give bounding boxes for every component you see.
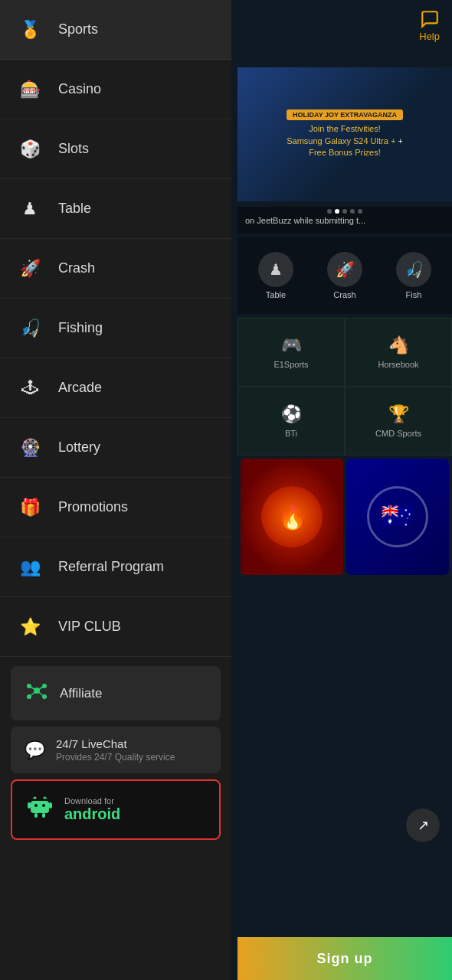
- svg-point-17: [42, 804, 45, 807]
- sports-menu-label: Sports: [58, 21, 98, 38]
- help-label: Help: [419, 31, 440, 42]
- slots-menu-icon: 🎲: [15, 135, 44, 164]
- arcade-menu-label: Arcade: [58, 380, 102, 396]
- horsebook-icon: 🐴: [388, 335, 409, 355]
- sidebar-item-lottery[interactable]: 🎡 Lottery: [0, 418, 231, 478]
- android-download-box[interactable]: Download for android: [11, 779, 221, 840]
- sidebar-item-slots[interactable]: 🎲 Slots: [0, 119, 231, 179]
- promotions-menu-icon: 🎁: [15, 493, 44, 522]
- banner-area: HOLIDAY JOY EXTRAVAGANZA Join the Festiv…: [237, 67, 452, 201]
- category-table[interactable]: ♟ Table: [258, 252, 293, 299]
- help-button[interactable]: Help: [419, 9, 440, 42]
- promotions-menu-label: Promotions: [58, 499, 128, 515]
- sidebar-item-crash[interactable]: 🚀 Crash: [0, 239, 231, 299]
- lottery-menu-label: Lottery: [58, 439, 100, 456]
- sidebar: 🏅 Sports 🎰 Casino 🎲 Slots ♟ Table 🚀 Cras…: [0, 0, 231, 980]
- dot-1: [327, 209, 332, 214]
- cmd-icon: 🏆: [388, 404, 409, 424]
- sidebar-scroll[interactable]: 🏅 Sports 🎰 Casino 🎲 Slots ♟ Table 🚀 Cras…: [0, 0, 231, 980]
- fishing-menu-icon: 🎣: [15, 314, 44, 343]
- sidebar-item-promotions[interactable]: 🎁 Promotions: [0, 478, 231, 537]
- img-row: 🔥 🇦🇺: [237, 456, 452, 578]
- aus-flag: 🇦🇺: [367, 486, 428, 547]
- horsebook-label: Horsebook: [378, 360, 418, 369]
- crash-icon: 🚀: [336, 260, 355, 279]
- table-menu-label: Table: [58, 201, 91, 217]
- lottery-menu-icon: 🎡: [15, 433, 44, 462]
- table-icon: ♟: [269, 260, 283, 279]
- sports-e1sports[interactable]: 🎮 E1Sports: [237, 318, 345, 387]
- svg-point-16: [34, 804, 38, 807]
- android-small-text: Download for: [64, 796, 120, 805]
- sports-row-2: ⚽ BTi 🏆 CMD Sports: [237, 387, 452, 456]
- livechat-box[interactable]: 💬 24/7 LiveChat Provides 24/7 Quality se…: [11, 727, 221, 773]
- svg-rect-12: [28, 802, 31, 808]
- livechat-text: 24/7 LiveChat Provides 24/7 Quality serv…: [56, 737, 175, 763]
- sidebar-item-table[interactable]: ♟ Table: [0, 179, 231, 239]
- svg-rect-13: [49, 802, 52, 808]
- sidebar-item-casino[interactable]: 🎰 Casino: [0, 60, 231, 119]
- e1sports-icon: 🎮: [281, 335, 302, 355]
- android-text: Download for android: [64, 796, 120, 823]
- sidebar-item-vip[interactable]: ⭐ VIP CLUB: [0, 597, 231, 657]
- casino-menu-icon: 🎰: [15, 75, 44, 104]
- table-menu-icon: ♟: [15, 194, 44, 224]
- perth-bg: 🔥: [241, 459, 343, 575]
- dot-2: [335, 209, 339, 214]
- marquee-text: on JeetBuzz while submitting t...: [245, 216, 365, 225]
- dot-5: [358, 209, 362, 214]
- sports-grid: 🎮 E1Sports 🐴 Horsebook ⚽ BTi 🏆 CMD Sport…: [237, 318, 452, 456]
- android-icon: [26, 793, 54, 826]
- arcade-menu-icon: 🕹: [15, 374, 44, 403]
- sports-cmd[interactable]: 🏆 CMD Sports: [345, 387, 452, 456]
- svg-rect-15: [42, 813, 45, 818]
- livechat-title: 24/7 LiveChat: [56, 737, 175, 750]
- sports-horsebook[interactable]: 🐴 Horsebook: [345, 318, 452, 387]
- livechat-icon: 💬: [25, 740, 45, 760]
- signup-label: Sign up: [317, 951, 373, 967]
- referral-menu-icon: 👥: [15, 553, 44, 582]
- sidebar-item-sports[interactable]: 🏅 Sports: [0, 0, 231, 60]
- perth-scorchers-card[interactable]: 🔥: [241, 459, 343, 575]
- fishing-label: Fish: [406, 290, 422, 299]
- sidebar-item-arcade[interactable]: 🕹 Arcade: [0, 358, 231, 418]
- vip-menu-label: VIP CLUB: [58, 619, 121, 635]
- sidebar-item-referral[interactable]: 👥 Referral Program: [0, 537, 231, 597]
- dot-4: [350, 209, 355, 214]
- e1sports-label: E1Sports: [273, 360, 308, 369]
- australia-card[interactable]: 🇦🇺: [346, 459, 449, 575]
- fishing-icon: 🎣: [405, 260, 424, 279]
- svg-line-8: [37, 691, 44, 697]
- sports-bti[interactable]: ⚽ BTi: [237, 387, 345, 456]
- banner-dots: [237, 207, 452, 216]
- sidebar-item-fishing[interactable]: 🎣 Fishing: [0, 299, 231, 358]
- category-row: ♟ Table 🚀 Crash 🎣 Fish: [237, 237, 452, 314]
- svg-rect-11: [31, 801, 49, 813]
- sports-row-1: 🎮 E1Sports 🐴 Horsebook: [237, 318, 452, 387]
- bottom-right-icon[interactable]: ↗: [406, 808, 440, 842]
- banner-content: HOLIDAY JOY EXTRAVAGANZA Join the Festiv…: [237, 67, 452, 201]
- banner-tag: HOLIDAY JOY EXTRAVAGANZA: [287, 109, 403, 120]
- affiliate-label: Affiliate: [60, 686, 102, 701]
- svg-rect-14: [34, 813, 38, 818]
- affiliate-box[interactable]: Affiliate: [11, 666, 221, 720]
- aus-bg: 🇦🇺: [346, 459, 449, 575]
- dot-3: [342, 209, 347, 214]
- svg-line-7: [29, 691, 37, 697]
- category-fishing[interactable]: 🎣 Fish: [396, 252, 431, 299]
- cmd-label: CMD Sports: [375, 429, 421, 438]
- bti-icon: ⚽: [281, 404, 302, 424]
- fishing-icon-circle: 🎣: [396, 252, 431, 287]
- crash-menu-icon: 🚀: [15, 254, 44, 283]
- android-big-text: android: [64, 805, 120, 823]
- casino-menu-label: Casino: [58, 81, 101, 97]
- slots-menu-label: Slots: [58, 141, 89, 157]
- signup-bar[interactable]: Sign up: [237, 937, 452, 980]
- vip-menu-icon: ⭐: [15, 612, 44, 642]
- crash-icon-circle: 🚀: [327, 252, 362, 287]
- referral-menu-label: Referral Program: [58, 559, 164, 575]
- banner-title: Join the Festivities! Samsung Galaxy S24…: [287, 123, 403, 158]
- crash-label: Crash: [333, 290, 355, 299]
- help-icon: [420, 9, 440, 29]
- category-crash[interactable]: 🚀 Crash: [327, 252, 362, 299]
